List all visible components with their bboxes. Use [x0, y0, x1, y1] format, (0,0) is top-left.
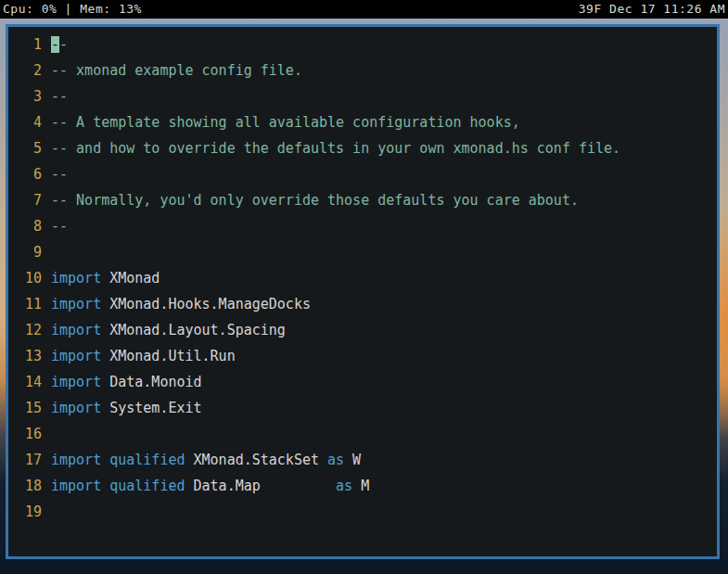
line-number: 19: [8, 499, 42, 525]
code-text: -- and how to override the defaults in y…: [51, 135, 620, 161]
line-number: 14: [8, 369, 42, 395]
code-segment: as: [336, 478, 352, 494]
code-segment: -: [59, 36, 68, 53]
line-number: 10: [8, 265, 42, 291]
code-text: -- A template showing all available conf…: [51, 109, 520, 135]
code-line[interactable]: 18import qualified Data.Map as M: [8, 473, 717, 499]
code-text: import qualified Data.Map as M: [51, 473, 369, 499]
code-segment: [101, 452, 109, 468]
code-segment: import: [51, 452, 101, 468]
line-number: 13: [8, 343, 42, 369]
code-segment: Data.Map: [185, 478, 337, 494]
code-line[interactable]: 3--: [8, 83, 717, 109]
line-number: 12: [8, 317, 42, 343]
code-segment: import: [51, 478, 101, 494]
code-text: import XMonad.Util.Run: [51, 343, 236, 369]
code-segment: M: [352, 478, 369, 494]
code-text: import XMonad: [51, 265, 160, 291]
vim-command-line: [8, 551, 717, 556]
code-line[interactable]: 11import XMonad.Hooks.ManageDocks: [8, 291, 717, 317]
code-segment: import: [51, 374, 101, 390]
code-text: import XMonad.Layout.Spacing: [51, 317, 286, 343]
top-status-bar: Cpu: 0% | Mem: 13% 39F Dec 17 11:26 AM: [0, 0, 728, 19]
code-segment: -- A template showing all available conf…: [51, 114, 520, 131]
line-number: 18: [8, 473, 42, 499]
line-number: 1: [8, 32, 42, 57]
line-number: 4: [8, 109, 42, 135]
vim-statusline: ".xmonad/xmonad.hs" 347L, 12533B 1,1 Top: [8, 525, 717, 551]
code-segment: XMonad.Layout.Spacing: [101, 322, 286, 338]
line-number: 11: [8, 291, 42, 317]
clock-and-weather: 39F Dec 17 11:26 AM: [579, 0, 725, 19]
code-text: -- Normally, you'd only override those d…: [51, 187, 579, 213]
editor-lines[interactable]: 1--2-- xmonad example config file.3--4--…: [8, 32, 717, 525]
code-segment: -- and how to override the defaults in y…: [51, 140, 620, 157]
line-number: 2: [8, 57, 42, 83]
code-segment: Data.Monoid: [101, 374, 201, 390]
code-line[interactable]: 12import XMonad.Layout.Spacing: [8, 317, 717, 343]
code-segment: W: [344, 452, 361, 468]
code-segment: XMonad.Hooks.ManageDocks: [101, 296, 311, 313]
code-segment: --: [51, 166, 68, 183]
code-segment: import: [51, 400, 101, 416]
code-text: import XMonad.Hooks.ManageDocks: [51, 291, 311, 317]
code-segment: XMonad.Util.Run: [101, 348, 236, 364]
code-line[interactable]: 4-- A template showing all available con…: [8, 109, 717, 135]
line-number: 17: [8, 447, 42, 473]
code-segment: XMonad: [101, 270, 160, 287]
terminal-window[interactable]: 1--2-- xmonad example config file.3--4--…: [6, 24, 720, 559]
code-segment: import: [51, 348, 101, 364]
code-segment: as: [327, 452, 344, 468]
line-number: 9: [8, 239, 42, 265]
code-segment: -- xmonad example config file.: [51, 62, 302, 79]
code-text: --: [51, 213, 68, 239]
system-stats: Cpu: 0% | Mem: 13%: [3, 0, 142, 19]
code-line[interactable]: 1--: [8, 32, 717, 57]
code-segment: System.Exit: [101, 400, 201, 416]
code-line[interactable]: 5-- and how to override the defaults in …: [8, 135, 717, 161]
code-text: import System.Exit: [51, 395, 202, 421]
line-number: 8: [8, 213, 42, 239]
code-line[interactable]: 6--: [8, 161, 717, 187]
code-line[interactable]: 17import qualified XMonad.StackSet as W: [8, 447, 717, 473]
code-segment: [101, 478, 109, 494]
code-line[interactable]: 14import Data.Monoid: [8, 369, 717, 395]
code-segment: -- Normally, you'd only override those d…: [51, 192, 579, 209]
code-line[interactable]: 7-- Normally, you'd only override those …: [8, 187, 717, 213]
code-text: import qualified XMonad.StackSet as W: [51, 447, 361, 473]
line-number: 6: [8, 161, 42, 187]
code-line[interactable]: 2-- xmonad example config file.: [8, 57, 717, 83]
code-segment: import: [51, 322, 101, 338]
line-number: 15: [8, 395, 42, 421]
code-line[interactable]: 13import XMonad.Util.Run: [8, 343, 717, 369]
line-number: 3: [8, 83, 42, 109]
code-line[interactable]: 19: [8, 499, 717, 525]
code-text: --: [51, 32, 68, 57]
code-segment: qualified: [109, 452, 185, 468]
code-segment: import: [51, 270, 101, 287]
code-line[interactable]: 16: [8, 421, 717, 447]
cursor-block: -: [51, 36, 59, 53]
code-segment: qualified: [109, 478, 185, 494]
code-text: import Data.Monoid: [51, 369, 202, 395]
code-line[interactable]: 9: [8, 239, 717, 265]
code-segment: XMonad.StackSet: [185, 452, 328, 468]
code-line[interactable]: 15import System.Exit: [8, 395, 717, 421]
code-line[interactable]: 10import XMonad: [8, 265, 717, 291]
code-text: -- xmonad example config file.: [51, 57, 302, 83]
line-number: 5: [8, 135, 42, 161]
code-text: --: [51, 161, 68, 187]
code-segment: --: [51, 218, 68, 235]
code-text: --: [51, 83, 68, 109]
code-segment: import: [51, 296, 101, 313]
code-line[interactable]: 8--: [8, 213, 717, 239]
code-segment: --: [51, 88, 68, 105]
line-number: 7: [8, 187, 42, 213]
line-number: 16: [8, 421, 42, 447]
